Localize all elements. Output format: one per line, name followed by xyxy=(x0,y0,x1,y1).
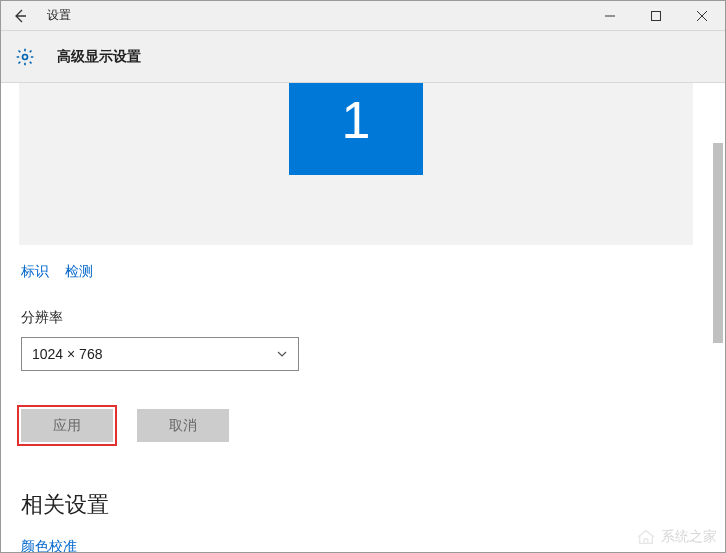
display-preview-panel: 1 xyxy=(19,83,693,245)
display-links: 标识 检测 xyxy=(21,263,691,281)
resolution-label: 分辨率 xyxy=(21,309,691,327)
cancel-button[interactable]: 取消 xyxy=(137,409,229,442)
resolution-value: 1024 × 768 xyxy=(32,346,102,362)
resolution-dropdown[interactable]: 1024 × 768 xyxy=(21,337,299,371)
gear-icon xyxy=(15,47,35,67)
close-button[interactable] xyxy=(679,1,725,31)
content-area: 1 标识 检测 分辨率 1024 × 768 应用 取消 相关设置 颜色校准 系… xyxy=(1,83,725,552)
page-header: 高级显示设置 xyxy=(1,31,725,83)
back-arrow-icon xyxy=(12,8,28,24)
action-buttons: 应用 取消 xyxy=(21,409,691,442)
apply-button[interactable]: 应用 xyxy=(21,409,113,442)
maximize-button[interactable] xyxy=(633,1,679,31)
page-title: 高级显示设置 xyxy=(57,48,141,66)
monitor-1[interactable]: 1 xyxy=(289,83,423,175)
chevron-down-icon xyxy=(276,348,288,360)
close-icon xyxy=(697,11,707,21)
detect-link[interactable]: 检测 xyxy=(65,263,93,281)
monitor-number: 1 xyxy=(342,90,371,150)
minimize-button[interactable] xyxy=(587,1,633,31)
minimize-icon xyxy=(605,11,615,21)
maximize-icon xyxy=(651,11,661,21)
color-calibration-link[interactable]: 颜色校准 xyxy=(21,538,691,552)
scroll-area: 1 标识 检测 分辨率 1024 × 768 应用 取消 相关设置 颜色校准 xyxy=(1,83,711,552)
back-button[interactable] xyxy=(1,1,39,31)
titlebar-left: 设置 xyxy=(1,1,71,31)
vertical-scrollbar[interactable] xyxy=(713,143,723,343)
svg-rect-0 xyxy=(652,11,661,20)
window-controls xyxy=(587,1,725,31)
related-settings-title: 相关设置 xyxy=(21,490,691,520)
identify-link[interactable]: 标识 xyxy=(21,263,49,281)
window-title: 设置 xyxy=(47,7,71,24)
titlebar: 设置 xyxy=(1,1,725,31)
svg-point-1 xyxy=(23,54,28,59)
